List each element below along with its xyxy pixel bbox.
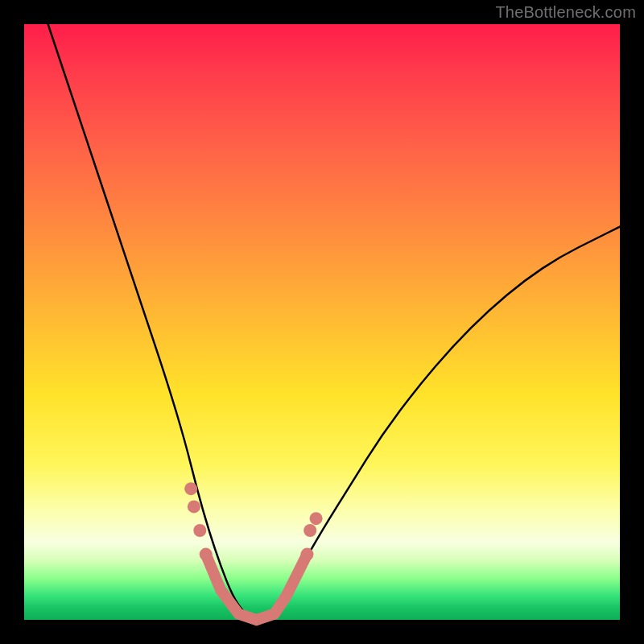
bottleneck-curve bbox=[48, 24, 620, 618]
chart-frame: TheBottleneck.com bbox=[0, 0, 644, 644]
watermark-text: TheBottleneck.com bbox=[495, 3, 636, 22]
marker-dot bbox=[200, 548, 213, 561]
marker-dot bbox=[184, 482, 197, 495]
marker-dot bbox=[303, 524, 316, 537]
marker-dot bbox=[193, 524, 206, 537]
marker-dot bbox=[301, 548, 314, 561]
marker-dot bbox=[188, 500, 200, 513]
marker-dot bbox=[310, 512, 323, 525]
curve-markers bbox=[184, 482, 322, 620]
curve-layer bbox=[24, 24, 620, 620]
plot-area bbox=[24, 24, 620, 620]
